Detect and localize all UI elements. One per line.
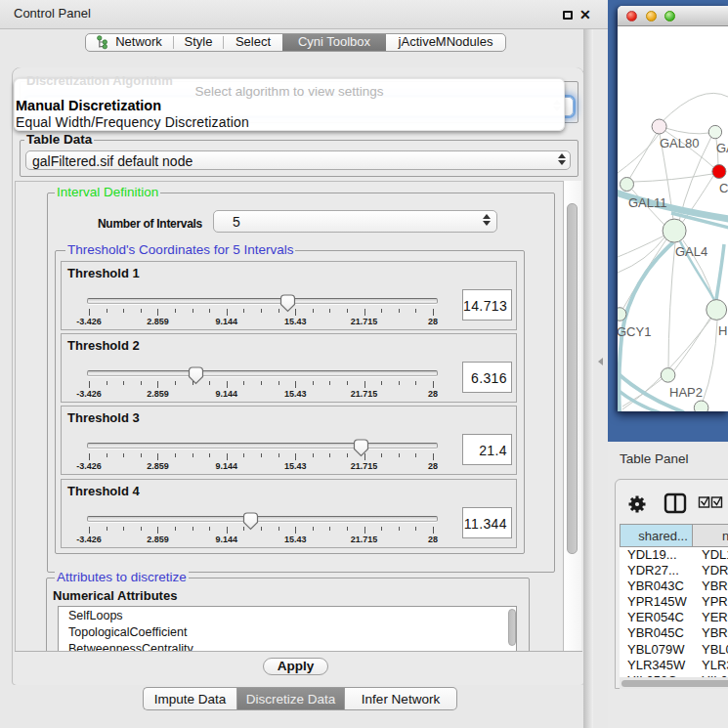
svg-text:GA: GA <box>716 141 728 155</box>
svg-text:GAL4: GAL4 <box>675 244 707 259</box>
svg-text:GAL80: GAL80 <box>660 136 699 150</box>
svg-text:GCY1: GCY1 <box>618 324 651 339</box>
svg-text:H: H <box>718 323 727 338</box>
svg-text:GAL11: GAL11 <box>628 195 667 210</box>
svg-text:HAP2: HAP2 <box>669 385 703 400</box>
svg-text:C: C <box>719 181 728 195</box>
